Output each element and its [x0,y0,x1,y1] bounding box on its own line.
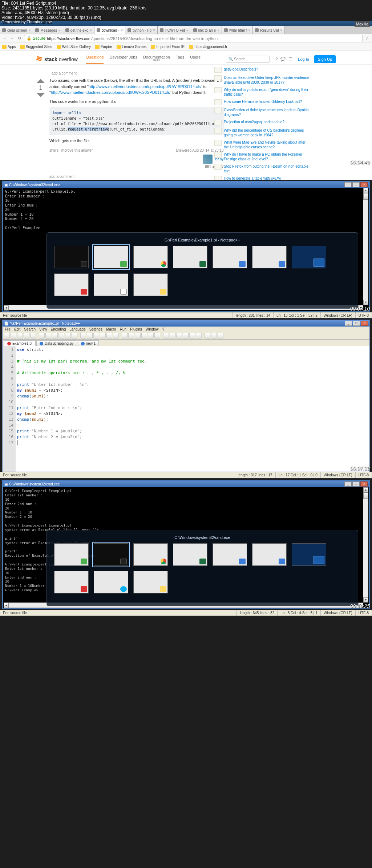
hot-question[interactable]: Stop Firefox from putting the I-Beam on … [214,164,309,173]
browser-tab[interactable]: download -× [94,26,126,34]
toolbar-button[interactable] [106,333,112,339]
reload-button[interactable]: ↻ [17,36,22,41]
upvote-button[interactable] [36,79,45,83]
alttab-thumb[interactable] [94,571,128,593]
alttab-thumb-desktop[interactable] [292,543,326,566]
browser-tab[interactable]: link to an e× [191,26,222,34]
share-link[interactable]: share [49,148,58,152]
alttab-thumb[interactable] [252,543,287,566]
so-search-input[interactable]: 🔍 Search... [226,56,270,63]
alttab-thumb[interactable] [133,246,168,268]
browser-tab[interactable]: Results Cal× [253,26,285,34]
hot-question[interactable]: Projection of osm2pgsql nodes table? [214,120,309,125]
help-icon[interactable]: ? [275,57,278,61]
toolbar-button[interactable] [183,333,189,339]
menu-item[interactable]: ? [162,327,164,331]
alttab-thumb[interactable] [54,246,89,268]
hot-question[interactable]: Why do I have to make a PC obtain the Fo… [214,152,309,161]
browser-tab[interactable]: Messages× [33,26,63,34]
browser-tab[interactable]: get the exc× [63,26,94,34]
toolbar-button[interactable] [30,333,36,339]
toolbar-button[interactable] [39,333,45,339]
signup-button[interactable]: Sign Up [314,55,336,63]
toolbar-button[interactable] [113,333,119,339]
bookmark-item[interactable]: Apps [2,45,16,49]
alttab-thumb[interactable] [133,273,168,296]
toolbar-button[interactable] [17,333,23,339]
hot-question[interactable]: What were Mad-Eye and Neville talking ab… [214,140,309,149]
menu-item[interactable]: Run [120,327,126,331]
min-button[interactable]: _ [344,481,352,487]
toolbar-button[interactable] [24,333,29,339]
menu-item[interactable]: Settings [89,327,102,331]
forward-button[interactable]: → [9,36,15,41]
add-comment-link[interactable]: add a comment [52,71,203,75]
menu-item[interactable]: File [5,327,11,331]
toolbar-button[interactable] [170,333,175,339]
so-logo[interactable]: stackstackoverflowoverflow [36,56,78,63]
browser-tab[interactable]: python - Ho× [125,26,158,34]
bookmark-item[interactable]: Web Slice Gallery [57,45,91,49]
toolbar-button[interactable] [122,333,128,339]
add-comment-link-2[interactable]: add a comment [49,174,224,179]
menu-item[interactable]: Plugins [130,327,142,331]
tab-close-icon[interactable]: × [280,28,282,32]
bookmark-item[interactable]: Lenovo Games [117,45,147,49]
tab-close-icon[interactable]: × [90,28,92,32]
vscrollbar[interactable]: ▲▼ [363,188,368,305]
toolbar-button[interactable] [205,333,210,339]
hot-question[interactable]: Classification of finite type structures… [214,108,309,117]
hot-question[interactable]: getGlobalDescribe()? [214,67,309,73]
min-button[interactable]: _ [344,182,352,187]
tab-close-icon[interactable]: × [186,28,189,32]
alttab-thumb[interactable] [213,543,247,566]
url-input[interactable]: 🔒 Secure https://stackoverflow.com/quest… [24,35,363,42]
max-button[interactable]: □ [352,481,360,487]
nav-item[interactable]: Questions [86,55,104,64]
alttab-thumb[interactable] [252,246,287,268]
npp-editor[interactable]: 1234567891011121314151617 use strict; # … [3,346,369,472]
alttab-thumb[interactable] [213,246,247,268]
toolbar-button[interactable] [72,333,77,339]
menu-item[interactable]: Macro [106,327,116,331]
toolbar-button[interactable] [100,333,106,339]
nav-item[interactable]: DocumentationBETA [143,55,170,64]
alttab-thumb[interactable] [173,246,207,268]
toolbar-button[interactable] [52,333,58,339]
improve-link[interactable]: improve this answer [61,148,93,152]
menu-item[interactable]: Encoding [51,327,66,331]
cmd-output[interactable]: G:\Perl Example>perl Example1.pl Enter 1… [3,188,369,232]
alttab-thumb-desktop[interactable] [292,246,326,268]
downvote-button[interactable] [36,93,45,97]
alttab-thumb[interactable] [133,543,168,566]
vscrollbar[interactable]: ▲▼ [363,487,368,603]
alttab-thumb[interactable] [54,273,89,296]
hot-question[interactable]: How to generate a table with \i+1=\j [214,176,309,180]
bookmark-item[interactable]: https://sgpconnect.h [189,45,227,49]
code-area[interactable]: use strict; # This is my 1st perl progra… [16,346,369,472]
editor-tab[interactable]: DataScrapping.py [36,340,77,346]
alttab-thumb[interactable] [94,273,128,296]
hot-question[interactable]: Does an Executive Order keep JFK murder … [214,75,309,85]
bookmark-item[interactable]: Imported From IE [151,45,185,49]
menu-item[interactable]: View [39,327,47,331]
toolbar-button[interactable] [154,333,160,339]
tab-close-icon[interactable]: × [121,28,123,32]
code-block[interactable]: import urllib outfilename = "test.xls" u… [49,107,224,135]
toolbar-button[interactable] [196,333,202,339]
browser-tab[interactable]: write html f× [222,26,253,34]
editor-tab[interactable]: Example1.pl [4,340,36,346]
hot-question[interactable]: Why do military pilots report "gear down… [214,87,309,97]
menu-item[interactable]: Language [69,327,86,331]
toolbar-button[interactable] [148,333,154,339]
nav-item[interactable]: Users [190,55,201,64]
min-button[interactable]: _ [345,321,352,326]
close-button[interactable]: ✕ [361,321,368,326]
link-1[interactable]: http://www.muellerindustries.com/uploads… [89,84,201,89]
alttab-thumb[interactable] [94,543,128,566]
bookmark-item[interactable]: Suggested Sites [20,45,52,49]
toolbar-button[interactable] [163,333,169,339]
nav-item[interactable]: Developer Jobs [109,55,137,64]
alttab-thumb[interactable] [54,571,89,593]
alttab-thumb[interactable] [54,543,89,566]
